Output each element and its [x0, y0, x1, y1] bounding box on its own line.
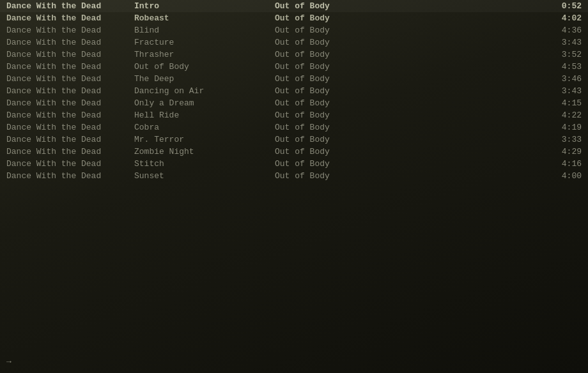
track-duration: 4:36 — [543, 26, 582, 35]
table-row[interactable]: Dance With the Dead Dancing on Air Out o… — [0, 85, 588, 97]
track-album: Out of Body — [275, 50, 543, 59]
track-artist: Dance With the Dead — [6, 50, 134, 59]
track-duration: 3:43 — [543, 38, 582, 47]
track-artist: Dance With the Dead — [6, 98, 134, 108]
table-row[interactable]: Dance With the Dead The Deep Out of Body… — [0, 73, 588, 85]
track-artist: Dance With the Dead — [6, 86, 134, 96]
track-album: Out of Body — [275, 38, 543, 47]
track-artist: Dance With the Dead — [6, 147, 134, 156]
track-artist: Dance With the Dead — [6, 135, 134, 144]
table-row[interactable]: Dance With the Dead Mr. Terror Out of Bo… — [0, 133, 588, 146]
track-album: Out of Body — [275, 62, 543, 72]
track-duration: 4:22 — [543, 110, 582, 120]
track-artist: Dance With the Dead — [6, 110, 134, 120]
track-title: Dancing on Air — [134, 86, 275, 96]
table-row[interactable]: Dance With the Dead Out of Body Out of B… — [0, 61, 588, 73]
track-artist: Dance With the Dead — [6, 171, 134, 181]
track-album: Out of Body — [275, 147, 543, 156]
track-duration: 4:15 — [543, 98, 582, 108]
table-row[interactable]: Dance With the Dead Sunset Out of Body 4… — [0, 170, 588, 182]
track-duration: 4:29 — [543, 147, 582, 156]
track-album: Out of Body — [275, 135, 543, 144]
track-duration: 4:19 — [543, 123, 582, 132]
table-header: Dance With the Dead Intro Out of Body 0:… — [0, 0, 588, 12]
track-artist: Dance With the Dead — [6, 123, 134, 132]
track-title: Zombie Night — [134, 147, 275, 156]
track-duration: 3:46 — [543, 74, 582, 84]
track-artist: Dance With the Dead — [6, 74, 134, 84]
header-album: Out of Body — [275, 1, 543, 11]
track-album: Out of Body — [275, 74, 543, 84]
track-album: Out of Body — [275, 110, 543, 120]
track-artist: Dance With the Dead — [6, 13, 134, 23]
table-row[interactable]: Dance With the Dead Robeast Out of Body … — [0, 12, 588, 24]
header-artist: Dance With the Dead — [6, 1, 134, 11]
table-row[interactable]: Dance With the Dead Zombie Night Out of … — [0, 146, 588, 158]
track-title: Blind — [134, 26, 275, 35]
track-artist: Dance With the Dead — [6, 62, 134, 72]
track-album: Out of Body — [275, 98, 543, 108]
track-list: Dance With the Dead Intro Out of Body 0:… — [0, 0, 588, 182]
track-album: Out of Body — [275, 171, 543, 181]
track-title: Thrasher — [134, 50, 275, 59]
table-row[interactable]: Dance With the Dead Thrasher Out of Body… — [0, 49, 588, 61]
table-row[interactable]: Dance With the Dead Blind Out of Body 4:… — [0, 24, 588, 36]
track-title: Out of Body — [134, 62, 275, 72]
track-title: Fracture — [134, 38, 275, 47]
track-album: Out of Body — [275, 159, 543, 169]
track-artist: Dance With the Dead — [6, 38, 134, 47]
track-title: Stitch — [134, 159, 275, 169]
track-title: Cobra — [134, 123, 275, 132]
track-duration: 4:02 — [543, 13, 582, 23]
header-duration: 0:52 — [543, 1, 582, 11]
table-row[interactable]: Dance With the Dead Only a Dream Out of … — [0, 97, 588, 109]
table-row[interactable]: Dance With the Dead Fracture Out of Body… — [0, 36, 588, 49]
track-album: Out of Body — [275, 86, 543, 96]
track-title: Hell Ride — [134, 110, 275, 120]
header-title: Intro — [134, 1, 275, 11]
track-duration: 4:00 — [543, 171, 582, 181]
track-duration: 3:43 — [543, 86, 582, 96]
track-duration: 4:16 — [543, 159, 582, 169]
track-title: Mr. Terror — [134, 135, 275, 144]
arrow-indicator: → — [6, 357, 12, 367]
table-row[interactable]: Dance With the Dead Cobra Out of Body 4:… — [0, 121, 588, 133]
track-title: Only a Dream — [134, 98, 275, 108]
track-duration: 4:53 — [543, 62, 582, 72]
track-album: Out of Body — [275, 123, 543, 132]
track-title: Sunset — [134, 171, 275, 181]
table-row[interactable]: Dance With the Dead Stitch Out of Body 4… — [0, 158, 588, 170]
track-duration: 3:33 — [543, 135, 582, 144]
track-artist: Dance With the Dead — [6, 159, 134, 169]
track-title: Robeast — [134, 13, 275, 23]
track-album: Out of Body — [275, 26, 543, 35]
table-row[interactable]: Dance With the Dead Hell Ride Out of Bod… — [0, 109, 588, 121]
track-duration: 3:52 — [543, 50, 582, 59]
track-title: The Deep — [134, 74, 275, 84]
track-artist: Dance With the Dead — [6, 26, 134, 35]
track-album: Out of Body — [275, 13, 543, 23]
